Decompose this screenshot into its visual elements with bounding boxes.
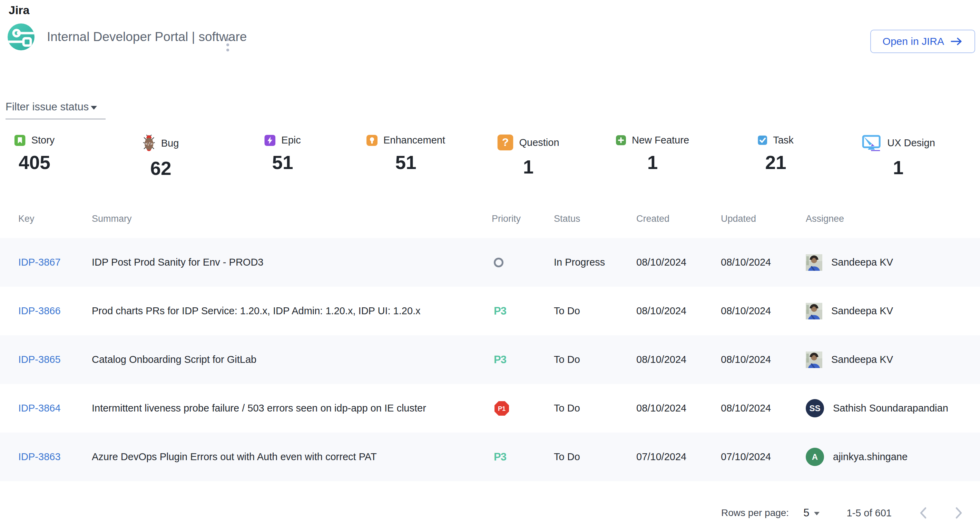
priority-cell xyxy=(492,258,554,267)
chevron-right-icon xyxy=(955,506,963,520)
stat-story: Story 405 xyxy=(14,135,55,173)
table-body: IDP-3867 IDP Post Prod Sanity for Env - … xyxy=(0,238,980,481)
column-header-key: Key xyxy=(18,214,92,224)
story-icon xyxy=(14,135,25,146)
stat-new-feature: New Feature 1 xyxy=(616,135,689,173)
column-header-assignee: Assignee xyxy=(806,214,980,224)
assignee-photo-avatar xyxy=(806,352,822,368)
assignee-photo-avatar xyxy=(806,254,822,271)
connector-header: Internal Developer Portal | software xyxy=(8,24,247,50)
assignee-name: Sandeepa KV xyxy=(831,305,893,317)
jira-plugin-page: Jira Internal Developer Portal | softwar… xyxy=(0,0,980,525)
status-text: To Do xyxy=(554,354,636,365)
status-text: To Do xyxy=(554,451,636,463)
issue-key-link[interactable]: IDP-3866 xyxy=(18,305,61,316)
table-row: IDP-3863 Azure DevOps Plugin Errors out … xyxy=(0,433,980,481)
next-page-button[interactable] xyxy=(955,506,963,520)
filter-issue-status-dropdown[interactable]: Filter issue status xyxy=(6,101,106,119)
pagination-bar: Rows per page: 5 1-5 of 601 xyxy=(721,501,963,525)
updated-date: 08/10/2024 xyxy=(721,403,806,414)
column-header-created: Created xyxy=(636,214,721,224)
column-header-summary: Summary xyxy=(92,214,492,224)
priority-p1-icon: P1 xyxy=(494,400,510,416)
bug-icon: </> xyxy=(143,135,155,152)
assignee-initials-avatar: A xyxy=(806,448,824,466)
svg-text:P1: P1 xyxy=(498,405,506,412)
page-range-label: 1-5 of 601 xyxy=(846,508,892,519)
priority-p3-icon: P3 xyxy=(494,305,506,317)
assignee-name: Sathish Soundarapandian xyxy=(833,403,948,414)
assignee-name: ajinkya.shingane xyxy=(833,451,908,463)
stat-ux-design: UX Design 1 xyxy=(861,135,935,179)
priority-cell: P3 xyxy=(492,451,554,463)
rows-per-page-value: 5 xyxy=(803,507,809,519)
open-in-jira-button[interactable]: Open in JIRA xyxy=(870,30,975,53)
table-row: IDP-3864 Intermittent liveness probe fai… xyxy=(0,384,980,433)
rows-per-page-label: Rows per page: xyxy=(721,508,789,519)
epic-icon xyxy=(264,135,275,146)
assignee-photo-avatar xyxy=(806,303,822,319)
created-date: 07/10/2024 xyxy=(636,451,721,463)
ux-design-icon xyxy=(861,135,881,151)
table-row: IDP-3867 IDP Post Prod Sanity for Env - … xyxy=(0,238,980,287)
issue-summary: Azure DevOps Plugin Errors out with Auth… xyxy=(92,451,492,463)
priority-cell: P3 xyxy=(492,354,554,366)
stat-count: 21 xyxy=(765,151,786,173)
chevron-left-icon xyxy=(919,506,928,520)
assignee-name: Sandeepa KV xyxy=(831,354,893,365)
assignee-initials-avatar: SS xyxy=(806,399,824,417)
assignee-cell: A ajinkya.shingane xyxy=(806,448,980,466)
svg-text:?: ? xyxy=(502,136,509,148)
enhancement-icon xyxy=(366,135,377,146)
issue-summary: Prod charts PRs for IDP Service: 1.20.x,… xyxy=(92,305,492,317)
priority-cell: P3 xyxy=(492,305,554,317)
table-header: Key Summary Priority Status Created Upda… xyxy=(0,199,980,238)
issue-summary: IDP Post Prod Sanity for Env - PROD3 xyxy=(92,257,492,268)
status-text: To Do xyxy=(554,305,636,317)
created-date: 08/10/2024 xyxy=(636,305,721,317)
assignee-cell: Sandeepa KV xyxy=(806,254,980,271)
table-row: IDP-3866 Prod charts PRs for IDP Service… xyxy=(0,287,980,335)
new-feature-icon xyxy=(616,135,626,145)
caret-down-icon xyxy=(91,106,97,110)
updated-date: 08/10/2024 xyxy=(721,257,806,268)
issue-key-link[interactable]: IDP-3865 xyxy=(18,354,61,365)
caret-down-icon xyxy=(814,512,819,515)
issues-table: Key Summary Priority Status Created Upda… xyxy=(0,199,980,481)
assignee-cell: Sandeepa KV xyxy=(806,352,980,368)
stat-count: 1 xyxy=(523,156,534,178)
status-text: To Do xyxy=(554,403,636,414)
created-date: 08/10/2024 xyxy=(636,354,721,365)
source-title: Internal Developer Portal | software xyxy=(47,30,247,44)
priority-p3-icon: P3 xyxy=(494,451,506,463)
stat-bug: </> Bug 62 xyxy=(143,135,179,179)
arrow-right-icon xyxy=(950,37,963,46)
stat-count: 51 xyxy=(395,151,416,173)
prev-page-button[interactable] xyxy=(919,506,928,520)
created-date: 08/10/2024 xyxy=(636,257,721,268)
rows-per-page-select[interactable]: 5 xyxy=(803,507,819,519)
column-header-priority: Priority xyxy=(492,214,554,224)
kebab-menu-icon[interactable] xyxy=(221,35,235,55)
stat-enhancement: Enhancement 51 xyxy=(366,135,445,173)
updated-date: 08/10/2024 xyxy=(721,354,806,365)
table-row: IDP-3865 Catalog Onboarding Script for G… xyxy=(0,335,980,384)
issue-key-link[interactable]: IDP-3867 xyxy=(18,257,61,268)
jira-connector-logo-icon xyxy=(8,24,35,50)
stat-epic: Epic 51 xyxy=(264,135,301,173)
question-icon: ? xyxy=(497,135,513,151)
assignee-cell: SS Sathish Soundarapandian xyxy=(806,399,980,417)
priority-p3-icon: P3 xyxy=(494,354,506,366)
column-header-updated: Updated xyxy=(721,214,806,224)
priority-none-icon xyxy=(494,258,503,267)
page-title: Jira xyxy=(9,3,30,17)
column-header-status: Status xyxy=(554,214,636,224)
issue-key-link[interactable]: IDP-3864 xyxy=(18,403,61,414)
svg-text:</>: </> xyxy=(145,141,153,146)
assignee-name: Sandeepa KV xyxy=(831,257,893,268)
issue-key-link[interactable]: IDP-3863 xyxy=(18,451,61,462)
created-date: 08/10/2024 xyxy=(636,403,721,414)
stat-count: 405 xyxy=(19,151,50,173)
stat-count: 51 xyxy=(272,151,293,173)
status-text: In Progress xyxy=(554,257,636,268)
